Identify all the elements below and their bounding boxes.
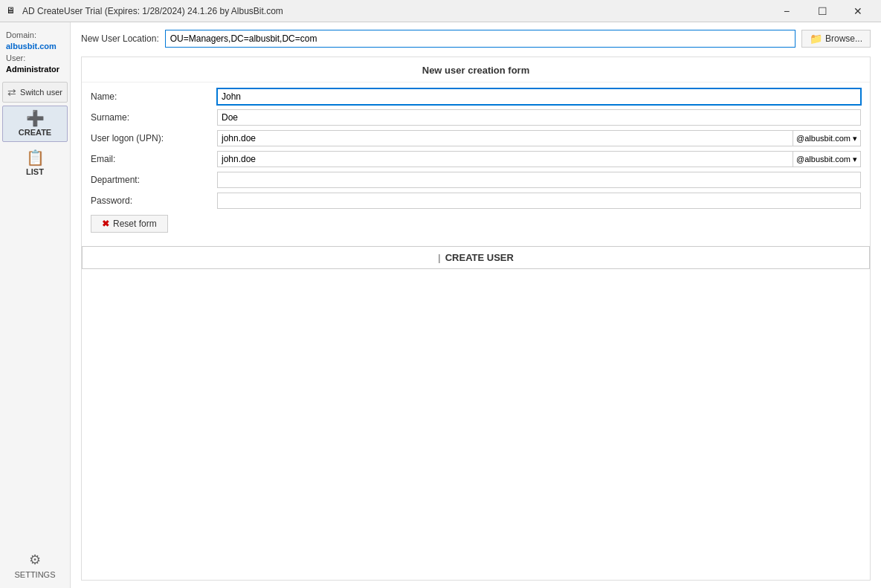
upn-row: User logon (UPN): @albusbit.com ▾	[91, 130, 861, 146]
department-input[interactable]	[217, 172, 861, 188]
create-icon: ➕	[26, 111, 45, 126]
form-container: New user creation form Name: Surname: Us…	[81, 56, 871, 581]
upn-input[interactable]	[217, 130, 793, 146]
list-nav-button[interactable]: 📋 LIST	[2, 145, 68, 181]
upn-domain-value: @albusbit.com	[796, 134, 851, 143]
email-input[interactable]	[217, 151, 793, 167]
create-nav-label: CREATE	[19, 128, 51, 137]
password-row: Password:	[91, 193, 861, 209]
minimize-button[interactable]: −	[769, 0, 804, 22]
app-icon: 🖥	[6, 5, 18, 17]
email-domain-dropdown[interactable]: @albusbit.com ▾	[793, 151, 861, 167]
name-input[interactable]	[217, 88, 861, 105]
email-domain-value: @albusbit.com	[796, 155, 851, 164]
create-nav-button[interactable]: ➕ CREATE	[2, 106, 68, 142]
switch-icon: ⇄	[7, 86, 16, 98]
close-button[interactable]: ✕	[841, 0, 875, 22]
email-input-group: @albusbit.com ▾	[217, 151, 861, 167]
name-row: Name:	[91, 88, 861, 105]
department-label: Department:	[91, 175, 217, 185]
settings-icon: ⚙	[29, 552, 41, 568]
sidebar: Domain: albusbit.com User: Administrator…	[0, 22, 71, 588]
domain-value: albusbit.com	[6, 42, 57, 51]
location-row: New User Location: 📁 Browse...	[81, 30, 871, 48]
switch-user-button[interactable]: ⇄ Switch user	[2, 82, 68, 103]
department-row: Department:	[91, 172, 861, 188]
surname-input[interactable]	[217, 109, 861, 126]
folder-icon: 📁	[810, 33, 822, 45]
upn-label: User logon (UPN):	[91, 133, 217, 143]
upn-domain-dropdown[interactable]: @albusbit.com ▾	[793, 130, 861, 146]
app-container: Domain: albusbit.com User: Administrator…	[0, 22, 881, 588]
password-label: Password:	[91, 196, 217, 206]
location-label: New User Location:	[81, 33, 159, 44]
create-user-label: CREATE USER	[445, 252, 514, 263]
name-label: Name:	[91, 91, 217, 102]
email-label: Email:	[91, 154, 217, 164]
main-content: New User Location: 📁 Browse... New user …	[71, 22, 881, 588]
browse-label: Browse...	[825, 33, 862, 44]
list-icon: 📋	[26, 150, 45, 165]
domain-label: Domain:	[6, 30, 36, 39]
user-value: Administrator	[6, 65, 59, 74]
form-body: Name: Surname: User logon (UPN): @albusb…	[82, 83, 870, 239]
location-input[interactable]	[165, 30, 796, 48]
email-chevron-icon: ▾	[853, 155, 857, 164]
reset-button[interactable]: ✖ Reset form	[91, 215, 168, 233]
list-nav-label: LIST	[26, 167, 44, 176]
title-text: AD CreateUser Trial (Expires: 1/28/2024)…	[22, 6, 283, 16]
upn-input-group: @albusbit.com ▾	[217, 130, 861, 146]
browse-button[interactable]: 📁 Browse...	[801, 30, 871, 48]
form-title: New user creation form	[82, 57, 870, 83]
email-row: Email: @albusbit.com ▾	[91, 151, 861, 167]
surname-label: Surname:	[91, 112, 217, 123]
btn-separator: |	[438, 252, 441, 263]
window-controls: − ☐ ✕	[769, 0, 875, 22]
create-user-button[interactable]: | CREATE USER	[82, 246, 870, 269]
password-input[interactable]	[217, 193, 861, 209]
title-bar: 🖥 AD CreateUser Trial (Expires: 1/28/202…	[0, 0, 881, 22]
settings-nav-label: SETTINGS	[14, 570, 55, 579]
settings-nav-button[interactable]: ⚙ SETTINGS	[2, 546, 68, 585]
upn-chevron-icon: ▾	[853, 134, 857, 143]
reset-label: Reset form	[113, 219, 157, 229]
x-icon: ✖	[102, 219, 109, 229]
surname-row: Surname:	[91, 109, 861, 126]
domain-info: Domain: albusbit.com User: Administrator	[0, 25, 70, 80]
user-label: User:	[6, 54, 25, 62]
maximize-button[interactable]: ☐	[805, 0, 839, 22]
switch-user-label: Switch user	[20, 88, 62, 97]
